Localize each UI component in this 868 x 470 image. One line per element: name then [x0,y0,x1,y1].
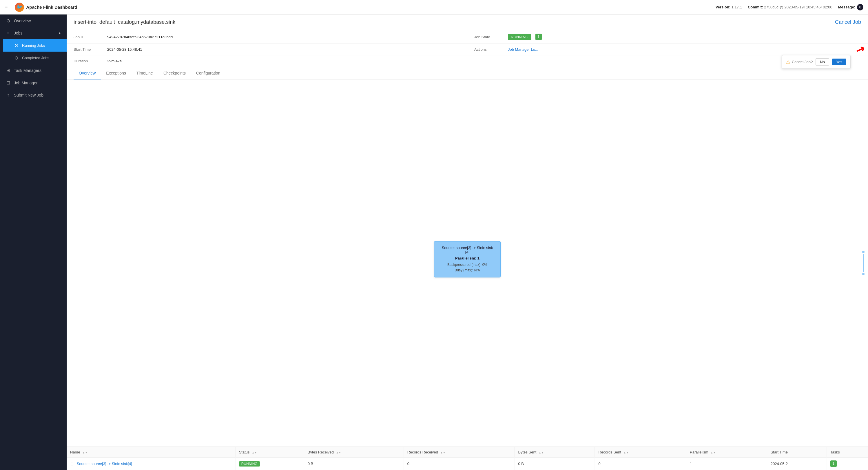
col-bytes-received[interactable]: Bytes Received ▲▼ [304,447,404,458]
start-time-value: 2024-05-28 15:48:41 [107,47,142,52]
job-state-row: Job State RUNNING 1 [467,30,868,44]
sidebar-overview-label: Overview [14,19,31,23]
source-link[interactable]: Source: source[3] -> Sink: sink[4] [77,462,132,466]
records-received-sort-icons: ▲▼ [440,451,445,454]
submit-job-icon: ↑ [5,92,11,98]
start-time-label: Start Time [73,47,102,52]
sidebar-item-overview[interactable]: ⊙ Overview [0,14,67,27]
table-area: Name ▲▼ Status ▲▼ Bytes Received ▲▼ Re [67,447,868,470]
row-status: RUNNING [235,458,304,470]
row-bytes-sent: 0 B [515,458,595,470]
table-row: ⋮ Source: source[3] -> Sink: sink[4] RUN… [67,458,868,470]
row-status-badge: RUNNING [239,461,260,467]
name-sort-icons: ▲▼ [82,451,88,454]
tabs: Overview Exceptions TimeLine Checkpoints… [67,67,868,80]
table-header: Name ▲▼ Status ▲▼ Bytes Received ▲▼ Re [67,447,868,458]
job-id-value: 94942787b46fc5934b670a27211c3bdd [107,35,173,39]
parallelism-sort-icons: ▲▼ [710,451,716,454]
job-manager-label: Job Manager [14,81,38,85]
cancel-popup-text: ⚠ Cancel Job? [786,59,813,65]
node-busy: Busy (max): N/A [440,267,495,273]
graph-area: Source: source[3] -> Sink: sink [4] Para… [67,80,868,446]
completed-jobs-icon: ⊙ [13,55,19,61]
col-name[interactable]: Name ▲▼ [67,447,235,458]
jobs-caret: ▲ [58,31,61,35]
duration-value: 29m 47s [107,59,122,63]
logo-icon: 🐦 [15,3,24,12]
cancel-popup: ⚠ Cancel Job? No Yes [782,55,850,69]
tab-exceptions[interactable]: Exceptions [101,67,131,80]
col-status[interactable]: Status ▲▼ [235,447,304,458]
sidebar-item-submit-new-job[interactable]: ↑ Submit New Job [0,89,67,101]
cancel-yes-button[interactable]: Yes [832,59,846,65]
sidebar-item-task-managers[interactable]: ⊞ Task Managers [0,64,67,77]
col-bytes-sent[interactable]: Bytes Sent ▲▼ [515,447,595,458]
col-records-received[interactable]: Records Received ▲▼ [404,447,515,458]
bytes-received-sort-icons: ▲▼ [336,451,341,454]
col-parallelism[interactable]: Parallelism ▲▼ [686,447,767,458]
node-parallelism: Parallelism: 1 [440,256,495,260]
duration-row: Duration 29m 47s [67,55,467,67]
bytes-sent-sort-icons: ▲▼ [538,451,544,454]
sidebar-jobs-label: Jobs [14,31,23,35]
state-count-badge: 1 [535,34,542,40]
row-tasks: 1 [827,458,868,470]
task-managers-icon: ⊞ [5,67,11,73]
sidebar-item-completed-jobs[interactable]: ⊙ Completed Jobs [3,52,67,64]
cancel-job-button[interactable]: Cancel Job [835,19,861,25]
jobs-icon: ≡ [5,30,11,36]
jobs-table: Name ▲▼ Status ▲▼ Bytes Received ▲▼ Re [67,447,868,470]
node-title: Source: source[3] -> Sink: sink [4] [440,245,495,254]
menu-icon[interactable]: ≡ [5,4,8,10]
message-badge: 0 [857,4,863,10]
sidebar-item-job-manager[interactable]: ⊟ Job Manager [0,77,67,89]
completed-jobs-label: Completed Jobs [22,56,49,60]
app-logo: 🐦 Apache Flink Dashboard [15,3,78,12]
scroll-line [863,254,864,272]
row-menu-icon[interactable]: ⋮ [70,462,74,466]
duration-label: Duration [73,59,102,63]
scroll-dot-top [862,251,865,253]
row-records-sent: 0 [595,458,686,470]
actions-label: Actions [474,47,503,52]
cancel-no-button[interactable]: No [815,58,829,65]
status-sort-icons: ▲▼ [252,451,257,454]
commit-info: Commit: 2750d5c @ 2023-05-19T10:45:46+02… [748,5,832,9]
version-info: Version: 1.17.1 [716,5,742,9]
task-badge: 1 [830,461,837,467]
row-parallelism: 1 [686,458,767,470]
submit-new-job-label: Submit New Job [14,93,43,97]
job-state-label: Job State [474,35,503,39]
row-start-time: 2024-05-2 [767,458,827,470]
col-start-time[interactable]: Start Time [767,447,827,458]
node-info: Backpressured (max): 0% Busy (max): N/A [440,262,495,273]
overview-icon: ⊙ [5,18,11,24]
tab-checkpoints[interactable]: Checkpoints [158,67,191,80]
job-header: insert-into_default_catalog.mydatabase.s… [67,14,868,30]
node-box[interactable]: Source: source[3] -> Sink: sink [4] Para… [434,241,501,277]
sidebar-item-running-jobs[interactable]: ⊙ Running Jobs [3,39,67,52]
tab-configuration[interactable]: Configuration [191,67,225,80]
job-manager-icon: ⊟ [5,80,11,86]
start-time-row: Start Time 2024-05-28 15:48:41 [67,44,467,55]
topbar-info: Version: 1.17.1 Commit: 2750d5c @ 2023-0… [716,4,863,10]
job-title: insert-into_default_catalog.mydatabase.s… [73,19,175,25]
row-name: ⋮ Source: source[3] -> Sink: sink[4] [67,458,235,470]
scroll-dot-bottom [862,273,865,275]
sidebar-group-jobs[interactable]: ≡ Jobs ▲ [0,27,67,39]
tab-overview[interactable]: Overview [73,67,101,80]
topbar: ≡ 🐦 Apache Flink Dashboard Version: 1.17… [0,0,868,14]
row-records-received: 0 [404,458,515,470]
row-bytes-received: 0 B [304,458,404,470]
actions-row: Actions Job Manager Lo... [467,44,868,55]
task-managers-label: Task Managers [14,68,41,73]
col-tasks[interactable]: Tasks [827,447,868,458]
job-meta: Job ID 94942787b46fc5934b670a27211c3bdd … [67,30,868,67]
running-badge: RUNNING [508,34,531,40]
tab-timeline[interactable]: TimeLine [131,67,158,80]
app-title: Apache Flink Dashboard [26,5,78,9]
cancel-job-question: Cancel Job? [792,60,813,64]
job-manager-link[interactable]: Job Manager Lo... [508,47,538,52]
col-records-sent[interactable]: Records Sent ▲▼ [595,447,686,458]
running-jobs-label: Running Jobs [22,43,45,48]
